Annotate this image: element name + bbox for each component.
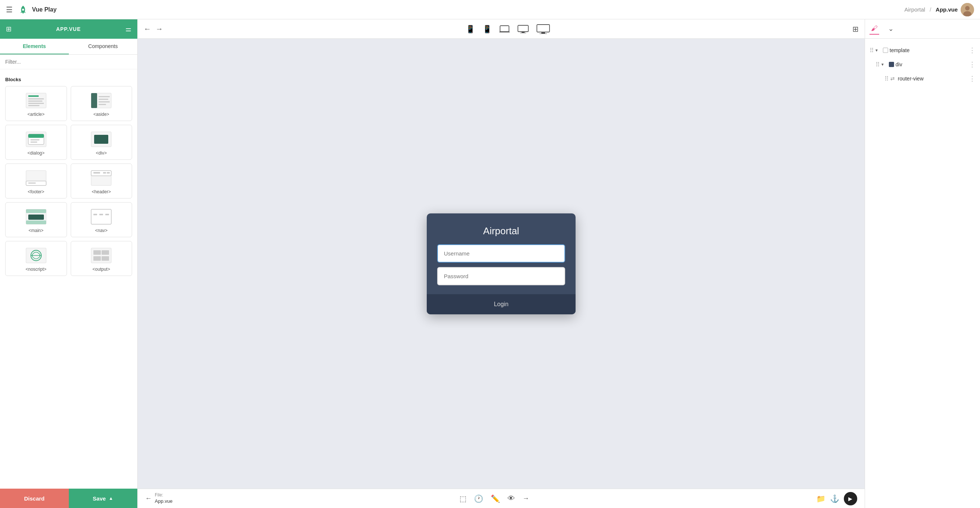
sidebar-grid-icon[interactable]: ⊞ [6,25,11,33]
svg-rect-14 [99,99,108,100]
tree-chevron-div[interactable]: ▾ [881,62,887,67]
svg-rect-37 [91,209,111,224]
svg-rect-46 [102,250,109,255]
sidebar-filter [0,55,137,69]
block-div[interactable]: <div> [71,125,132,160]
svg-rect-26 [28,182,36,184]
right-panel: 🖌 ⌄ ⠿ ▾ template ⋮ ⠿ ▾ div ⋮ [865,19,980,508]
paint-brush-tab[interactable]: 🖌 [870,23,879,35]
brush-tool-icon[interactable]: ✏️ [491,494,500,503]
header-icon [90,170,112,186]
svg-rect-31 [107,172,110,174]
folder-icon[interactable]: 📁 [816,494,826,503]
tree-label-template: template [889,47,967,53]
svg-rect-15 [99,101,110,102]
login-card-header: Airportal [427,213,576,244]
tree-label-div: div [896,61,967,67]
template-node-box [883,48,888,53]
svg-rect-39 [99,214,103,215]
svg-rect-23 [94,135,108,144]
block-main[interactable]: <main> [5,202,67,237]
filter-input[interactable] [5,59,132,65]
select-box-icon[interactable]: ⬚ [460,494,466,503]
svg-rect-30 [103,172,106,174]
tree-more-div[interactable]: ⋮ [969,60,975,69]
tree-item-div[interactable]: ⠿ ▾ div ⋮ [865,58,980,72]
save-button[interactable]: Save ▲ [69,489,138,508]
tree-handle-router-view: ⠿ [885,75,889,82]
right-panel-tabs: 🖌 ⌄ [865,19,980,39]
laptop-icon[interactable] [499,26,510,33]
block-dialog[interactable]: <dialog> [5,125,67,160]
undo-icon[interactable]: ← [144,25,151,33]
mobile-icon[interactable]: 📱 [466,25,475,34]
tab-elements[interactable]: Elements [0,39,69,54]
svg-rect-40 [105,214,109,215]
block-dialog-label: <dialog> [27,150,45,156]
play-button[interactable]: ▶ [844,492,857,505]
block-noscript[interactable]: <noscript> [5,241,67,276]
save-chevron-icon: ▲ [109,496,113,501]
password-input[interactable] [437,267,565,285]
redo-icon[interactable]: → [156,25,163,33]
hamburger-icon[interactable]: ☰ [6,5,13,14]
svg-rect-20 [30,139,40,141]
block-article-label: <article> [27,112,45,117]
svg-rect-56 [539,34,547,34]
clock-icon[interactable]: 🕐 [474,494,483,503]
div-icon [90,131,112,147]
svg-rect-50 [499,32,510,32]
back-arrow-icon[interactable]: ← [145,495,152,502]
dialog-icon [25,131,47,147]
block-noscript-label: <noscript> [25,267,46,272]
block-footer-label: <footer> [27,189,44,195]
forward-arrow-icon[interactable]: → [522,495,529,502]
sidebar-title: APP.VUE [56,26,81,32]
block-nav[interactable]: <nav> [71,202,132,237]
username-input[interactable] [437,244,565,262]
anchor-icon[interactable]: ⚓ [830,494,839,503]
svg-rect-8 [28,101,42,102]
sidebar-content: Blocks <article> [0,69,137,489]
tree-chevron-template[interactable]: ▾ [875,48,881,53]
expand-tab[interactable]: ⌄ [887,23,895,35]
block-aside[interactable]: <aside> [71,86,132,121]
tv-icon[interactable] [536,24,550,34]
eye-icon[interactable]: 👁 [508,494,515,503]
desktop-icon[interactable] [517,25,529,33]
block-div-label: <div> [96,150,107,156]
block-output[interactable]: <output> [71,241,132,276]
svg-rect-47 [93,256,101,261]
login-button[interactable]: Login [427,294,576,314]
block-article[interactable]: <article> [5,86,67,121]
block-header[interactable]: <header> [71,163,132,198]
file-label: File: [155,492,173,498]
router-view-node-icon: ⇄ [890,76,895,81]
tree-item-template[interactable]: ⠿ ▾ template ⋮ [865,43,980,58]
tab-components[interactable]: Components [69,39,138,54]
right-panel-content: ⠿ ▾ template ⋮ ⠿ ▾ div ⋮ ⠿ ⇄ router-vi [865,39,980,508]
block-nav-label: <nav> [95,228,108,233]
block-footer[interactable]: <footer> [5,163,67,198]
nav-icon [90,209,112,225]
tree-handle-div: ⠿ [875,61,880,68]
sidebar-filter-icon[interactable]: ⚌ [126,25,131,33]
layers-icon[interactable]: ⊞ [853,25,859,34]
discard-button[interactable]: Discard [0,489,69,508]
tablet-icon[interactable]: 📱 [482,25,492,34]
file-name: App.vue [155,498,173,505]
canvas-toolbar-center: 📱 📱 [466,24,550,34]
svg-rect-45 [93,250,101,255]
svg-point-1 [22,8,24,10]
tree-item-router-view[interactable]: ⠿ ⇄ router-view ⋮ [865,72,980,86]
tree-more-template[interactable]: ⋮ [969,46,975,54]
canvas-bottom-center: ⬚ 🕐 ✏️ 👁 → [460,494,529,503]
tree-more-router-view[interactable]: ⋮ [969,75,975,83]
block-output-label: <output> [93,267,110,272]
block-header-label: <header> [92,189,111,195]
login-card: Airportal Login [427,213,576,314]
aside-icon [90,93,112,109]
svg-rect-13 [99,96,110,97]
login-card-title: Airportal [437,225,565,237]
canvas-toolbar-left: ← → [144,25,163,33]
